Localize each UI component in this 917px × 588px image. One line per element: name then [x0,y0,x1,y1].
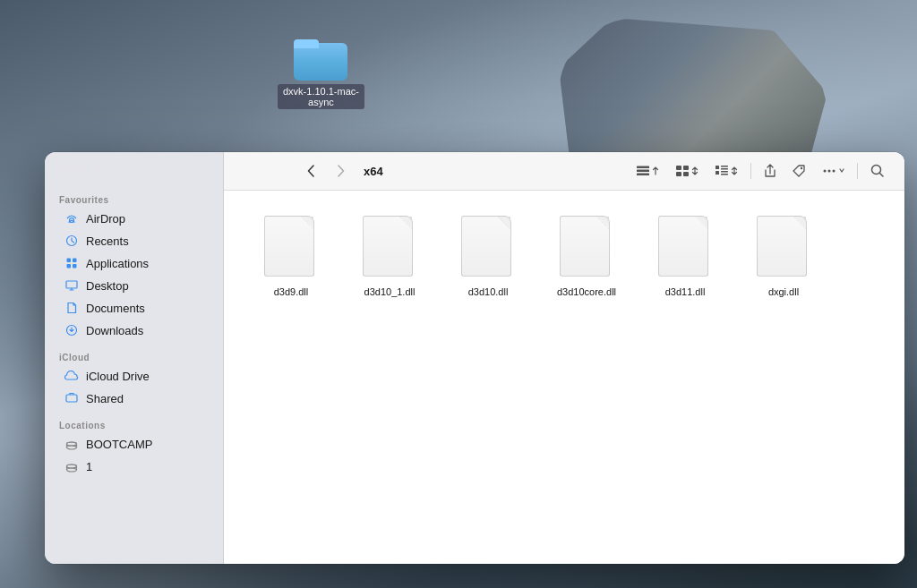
airdrop-label: AirDrop [86,212,125,226]
svg-rect-24 [721,171,728,173]
svg-rect-3 [73,259,77,263]
sidebar-item-desktop[interactable]: Desktop [50,275,218,296]
forward-button[interactable] [330,162,353,180]
svg-rect-21 [721,166,728,167]
svg-rect-15 [637,174,649,176]
locations-label: Locations [45,417,223,432]
toolbar-sep1 [750,163,751,179]
svg-rect-20 [716,166,719,169]
file-item[interactable]: d3d11.dll [645,209,725,305]
share-button[interactable] [758,161,782,181]
svg-rect-18 [676,172,681,176]
file-name: d3d10.dll [468,285,509,298]
sidebar: Favourites AirDrop [45,152,224,564]
sidebar-item-airdrop[interactable]: AirDrop [50,208,218,229]
airdrop-icon [64,211,79,226]
svg-point-10 [67,442,77,446]
folder-icon [294,36,347,81]
file-icon-paper [757,216,807,277]
sidebar-item-bootcamp[interactable]: BOOTCAMP [50,433,218,455]
sidebar-item-downloads[interactable]: Downloads [50,320,218,341]
file-item[interactable]: d3d9.dll [251,209,331,305]
file-item[interactable]: d3d10_1.dll [349,209,430,305]
finder-window: Favourites AirDrop [45,152,904,564]
svg-rect-6 [66,281,77,288]
file-name: d3d9.dll [274,285,309,298]
group-view-button[interactable] [709,162,743,180]
file-name: d3d11.dll [665,285,706,298]
svg-rect-8 [66,395,77,402]
sidebar-item-drive1[interactable]: 1 [50,456,218,477]
svg-rect-17 [683,166,689,170]
recents-icon [64,234,79,248]
file-grid: d3d9.dll d3d10_1.dll d3d10.dll d3d10core… [224,191,904,564]
svg-rect-16 [676,166,681,170]
file-item[interactable]: dxgi.dll [743,209,824,305]
file-icon [363,216,416,280]
svg-rect-2 [67,259,72,263]
svg-point-29 [833,170,836,173]
back-button[interactable] [299,162,322,180]
locations-section: Locations BOOTCAMP [45,417,223,478]
main-content: x64 [224,152,904,564]
sidebar-item-icloud-drive[interactable]: iCloud Drive [50,365,218,387]
sidebar-item-recents[interactable]: Recents [50,230,218,251]
file-icon [264,216,318,280]
file-icon [658,216,712,280]
file-icon [560,216,613,280]
svg-rect-25 [721,174,728,175]
desktop-icon [64,278,79,293]
shared-icon [64,391,79,405]
desktop-folder[interactable]: dxvk-1.10.1-mac-async [278,36,364,109]
svg-point-9 [67,446,77,449]
sidebar-item-applications[interactable]: Applications [50,252,218,274]
favourites-section: Favourites AirDrop [45,192,223,342]
svg-rect-13 [637,166,649,169]
shared-label: Shared [86,392,124,405]
svg-rect-14 [637,170,649,173]
recents-label: Recents [86,234,129,248]
svg-rect-5 [73,264,77,268]
file-icon-paper [264,216,314,277]
file-icon-paper [560,216,610,277]
svg-point-12 [67,464,77,468]
bootcamp-label: BOOTCAMP [86,438,152,451]
toolbar-sep2 [857,163,858,179]
file-icon-paper [658,216,708,277]
folder-name: dxvk-1.10.1-mac-async [278,84,364,109]
drive-bootcamp-icon [64,437,79,451]
file-name: dxgi.dll [768,285,799,298]
downloads-label: Downloads [86,324,143,337]
file-name: d3d10_1.dll [364,285,416,298]
grid-view-button[interactable] [670,162,704,180]
tag-button[interactable] [787,162,810,180]
downloads-icon [64,323,79,337]
drive1-icon [64,459,79,473]
favourites-label: Favourites [45,192,223,207]
svg-rect-19 [683,172,689,176]
icloud-drive-label: iCloud Drive [86,370,150,383]
file-item[interactable]: d3d10.dll [448,209,528,305]
search-button[interactable] [865,161,890,181]
toolbar-actions [630,161,890,181]
sidebar-item-documents[interactable]: Documents [50,297,218,319]
file-icon-paper [363,216,413,277]
file-icon [757,216,810,280]
file-item[interactable]: d3d10core.dll [546,209,627,305]
path-title: x64 [364,165,383,178]
desktop-label: Desktop [86,279,129,293]
sidebar-item-shared[interactable]: Shared [50,388,218,409]
file-icon-paper [461,216,511,277]
more-button[interactable] [816,162,850,180]
svg-point-28 [828,170,831,173]
icloud-section: iCloud iCloud Drive Shared [45,349,223,410]
svg-rect-23 [716,171,719,175]
documents-icon [64,301,79,315]
svg-point-26 [801,167,802,169]
list-view-button[interactable] [630,162,664,180]
icloud-icon [64,369,79,383]
icloud-label: iCloud [45,349,223,364]
file-icon [461,216,515,280]
documents-label: Documents [86,302,145,315]
toolbar: x64 [224,152,904,191]
